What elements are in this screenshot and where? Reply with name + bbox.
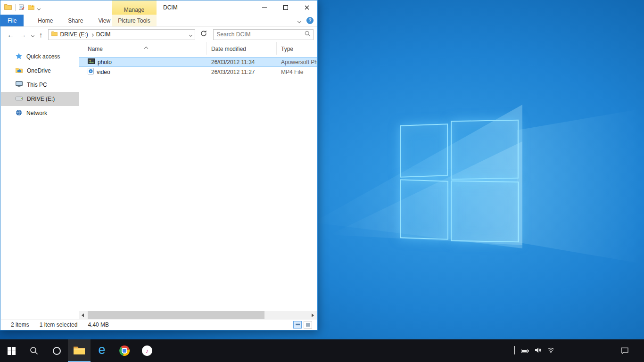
new-folder-icon[interactable] xyxy=(28,3,34,12)
manage-label: Manage xyxy=(124,7,144,13)
battery-icon[interactable] xyxy=(521,346,529,355)
file-row-video[interactable]: video 26/03/2012 11:27 MP4 File xyxy=(79,67,317,77)
expand-ribbon-icon[interactable] xyxy=(298,17,301,24)
recent-locations-icon[interactable] xyxy=(32,30,34,39)
file-explorer-icon xyxy=(73,346,85,355)
customize-quick-access-toolbar-icon[interactable] xyxy=(38,3,40,12)
status-bar: 2 items 1 item selected 4.40 MB xyxy=(1,319,317,329)
file-date-cell: 26/03/2012 11:34 xyxy=(207,59,277,66)
breadcrumb-separator-icon[interactable] xyxy=(91,31,93,38)
maximize-icon xyxy=(283,5,288,10)
start-button[interactable] xyxy=(0,339,23,362)
breadcrumb-drive[interactable]: DRIVE (E:) xyxy=(60,31,88,38)
search-box[interactable] xyxy=(213,29,314,40)
ribbon-right-controls: ? xyxy=(298,15,314,26)
onedrive-icon xyxy=(16,67,23,74)
scroll-right-icon[interactable] xyxy=(309,311,317,319)
window-controls xyxy=(254,0,317,15)
up-icon[interactable]: ↑ xyxy=(39,31,43,38)
sidebar-item-label: OneDrive xyxy=(27,67,51,74)
details-view-icon xyxy=(296,323,300,327)
file-row-photo[interactable]: photo 26/03/2012 11:34 Apowersoft Pho xyxy=(79,57,317,67)
tab-home[interactable]: Home xyxy=(30,15,60,26)
title-bar[interactable]: Manage DCIM xyxy=(0,0,317,15)
tab-share[interactable]: Share xyxy=(60,15,91,26)
address-dropdown-icon[interactable] xyxy=(190,31,192,38)
show-hidden-icons-chevron-icon[interactable] xyxy=(514,346,515,355)
itunes-button[interactable]: ♪ xyxy=(136,339,158,362)
file-date-cell: 26/03/2012 11:27 xyxy=(207,69,277,75)
minimize-button[interactable] xyxy=(254,0,275,15)
windows-start-icon xyxy=(8,347,16,355)
close-icon xyxy=(305,5,309,10)
drive-icon xyxy=(16,96,23,102)
file-type-cell: Apowersoft Pho xyxy=(277,59,317,66)
tab-picture-tools[interactable]: Picture Tools xyxy=(112,15,157,26)
sidebar-item-network[interactable]: Network xyxy=(1,106,79,120)
taskbar-search-button[interactable] xyxy=(23,339,45,362)
windows-logo-pane xyxy=(451,181,519,243)
file-type-cell: MP4 File xyxy=(277,69,317,75)
network-wifi-icon[interactable] xyxy=(547,346,554,355)
minimize-icon xyxy=(262,5,267,10)
item-count: 2 items xyxy=(11,321,29,328)
scroll-left-icon[interactable] xyxy=(79,311,87,319)
tab-file[interactable]: File xyxy=(0,15,24,26)
video-file-icon xyxy=(88,68,94,76)
forward-icon[interactable]: → xyxy=(19,31,26,38)
refresh-icon[interactable] xyxy=(200,30,207,39)
column-header-type[interactable]: Type xyxy=(277,42,317,55)
photo-file-icon xyxy=(88,58,95,66)
maximize-button[interactable] xyxy=(275,0,296,15)
sidebar-item-this-pc[interactable]: This PC xyxy=(1,78,79,92)
horizontal-scrollbar[interactable] xyxy=(79,311,317,319)
cortana-icon xyxy=(53,347,61,355)
quick-access-star-icon xyxy=(16,53,22,60)
sidebar-item-label: DRIVE (E:) xyxy=(27,96,55,102)
selection-summary: 1 item selected xyxy=(40,321,78,328)
search-input[interactable] xyxy=(216,31,305,38)
breadcrumb-folder[interactable]: DCIM xyxy=(96,31,111,38)
file-list-pane: Name Date modified Type photo 26/03/2012… xyxy=(79,42,317,311)
view-toggle-buttons xyxy=(293,321,317,329)
system-tray xyxy=(514,339,644,362)
ribbon-tabs: File Home Share View Picture Tools ? xyxy=(0,15,317,27)
this-pc-icon xyxy=(16,81,23,89)
chrome-button[interactable] xyxy=(113,339,136,362)
action-center-icon[interactable] xyxy=(621,347,628,354)
cortana-button[interactable] xyxy=(45,339,68,362)
address-bar-row: ← → ↑ DRIVE (E:) DCIM xyxy=(0,27,317,42)
address-bar[interactable]: DRIVE (E:) DCIM xyxy=(48,29,195,40)
sidebar-item-quick-access[interactable]: Quick access xyxy=(1,49,79,64)
scrollbar-thumb[interactable] xyxy=(88,311,264,319)
selection-size: 4.40 MB xyxy=(88,321,109,328)
file-name: photo xyxy=(98,59,112,66)
sidebar-item-onedrive[interactable]: OneDrive xyxy=(1,64,79,78)
windows-logo-wallpaper xyxy=(397,118,519,243)
folder-icon[interactable] xyxy=(4,3,12,12)
back-icon[interactable]: ← xyxy=(7,31,14,38)
file-rows: photo 26/03/2012 11:34 Apowersoft Pho vi… xyxy=(79,55,317,77)
details-view-button[interactable] xyxy=(293,321,302,329)
help-icon[interactable]: ? xyxy=(306,17,314,24)
sort-ascending-icon xyxy=(145,43,148,50)
address-folder-icon xyxy=(51,31,58,38)
speaker-icon[interactable] xyxy=(535,346,541,355)
navigation-pane: Quick access OneDrive This PC DRIVE (E:)… xyxy=(1,42,79,311)
column-header-date-modified[interactable]: Date modified xyxy=(207,42,277,55)
contextual-tab-group-manage: Manage xyxy=(112,0,157,15)
close-button[interactable] xyxy=(296,0,317,15)
file-name: video xyxy=(97,69,110,75)
file-name-cell: photo xyxy=(79,58,207,66)
column-header-name[interactable]: Name xyxy=(79,42,207,55)
internet-explorer-button[interactable]: e xyxy=(91,339,113,362)
taskbar: e ♪ xyxy=(0,339,644,362)
file-explorer-taskbar-button[interactable] xyxy=(68,339,91,362)
search-icon[interactable] xyxy=(305,30,311,39)
sidebar-item-label: This PC xyxy=(27,82,47,88)
sidebar-item-drive-e[interactable]: DRIVE (E:) xyxy=(1,92,79,106)
properties-icon[interactable] xyxy=(19,3,25,12)
quick-access-toolbar xyxy=(4,0,40,15)
large-icons-view-button[interactable] xyxy=(304,321,312,329)
light-beam xyxy=(517,108,644,264)
